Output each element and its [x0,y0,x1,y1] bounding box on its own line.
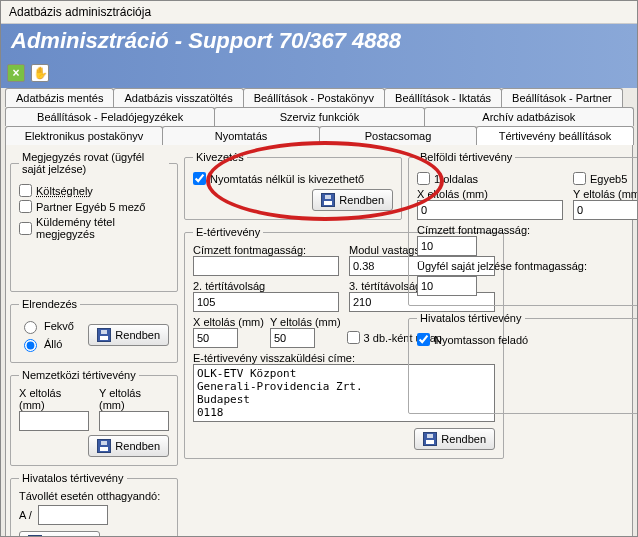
tab-parcel[interactable]: Postacsomag [319,126,477,145]
group-official-right: Hivatalos tértivevény Nyomtasson feladó … [408,312,638,414]
official-left-label: Távollét esetén otthagyandó: [19,490,169,502]
e-x-label: X eltolás (mm) [193,316,264,328]
e-y-input[interactable] [270,328,315,348]
e-t2-label: 2. tértítávolság [193,280,339,292]
chk-3db[interactable] [347,331,360,344]
intl-x-label: X eltolás (mm) [19,387,89,411]
stop-hand-icon[interactable]: ✋ [31,64,49,82]
e-cimzett-input[interactable] [193,256,339,276]
tab-row-2: Beállítások - Feladójegyzékek Szerviz fu… [5,107,633,126]
page-header: Adminisztráció - Support 70/367 4888 [1,24,637,60]
close-icon[interactable]: × [7,64,25,82]
chk-1page-label: 1 oldalas [434,173,478,185]
group-layout: Elrendezés Fekvő Álló Rendben [10,298,178,363]
group-domestic-legend: Belföldi tértivevény [417,151,515,163]
tab-row-3: Elektronikus postakönyv Nyomtatás Postac… [5,126,633,145]
e-cimzett-label: Címzett fontmagasság: [193,244,339,256]
intl-y-input[interactable] [99,411,169,431]
tab-epostbook[interactable]: Elektronikus postakönyv [5,126,163,145]
chk-print-sender-label: Nyomtasson feladó [434,334,528,346]
save-icon [423,432,437,446]
dom-x-input[interactable] [417,200,563,220]
dom-ugyfel-input[interactable] [417,276,477,296]
official-left-input[interactable] [38,505,108,525]
output-ok-button[interactable]: Rendben [312,189,393,211]
chk-egyeb5[interactable] [573,172,586,185]
tab-service[interactable]: Szerviz funkciók [214,107,424,126]
tab-settings-postbook[interactable]: Beállítások - Postakönyv [243,88,385,107]
group-layout-legend: Elrendezés [19,298,80,310]
tab-db-restore[interactable]: Adatbázis visszatöltés [113,88,243,107]
group-official-left: Hivatalos tértivevény Távollét esetén ot… [10,472,178,537]
chk-print-sender[interactable] [417,333,430,346]
toolbar: × ✋ [1,60,637,88]
group-official-right-legend: Hivatalos tértivevény [417,312,525,324]
group-intl-legend: Nemzetközi tértivevény [19,369,139,381]
chk-costplace[interactable] [19,184,32,197]
chk-shipment-remark[interactable] [19,222,32,235]
group-remark: Megjegyzés rovat (ügyfél saját jelzése) … [10,151,178,292]
chk-shipment-remark-label: Küldemény tétel megjegyzés [36,216,169,240]
group-output-legend: Kivezetés [193,151,247,163]
e-y-label: Y eltolás (mm) [270,316,341,328]
radio-landscape-label: Fekvő [44,320,74,332]
chk-1page[interactable] [417,172,430,185]
tab-print[interactable]: Nyomtatás [162,126,320,145]
window-titlebar: Adatbázis adminisztrációja [1,1,637,24]
group-output: Kivezetés Nyomtatás nélkül is kivezethet… [184,151,402,220]
tab-settings-partner[interactable]: Beállítások - Partner [501,88,623,107]
dom-ugyfel-label: Ügyfél saját jelzése fontmagasság: [417,260,638,272]
group-intl-receipt: Nemzetközi tértivevény X eltolás (mm) Y … [10,369,178,466]
tab-settings-dispatch[interactable]: Beállítások - Feladójegyzékek [5,107,215,126]
chk-partner-other5[interactable] [19,200,32,213]
intl-ok-button[interactable]: Rendben [88,435,169,457]
tab-archive[interactable]: Archív adatbázisok [424,107,634,126]
chk-egyeb5-label: Egyeb5 [590,173,627,185]
dom-x-label: X eltolás (mm) [417,188,563,200]
official-left-prefix: A / [19,509,32,521]
dom-cimzett-label: Címzett fontmagasság: [417,224,638,236]
group-domestic: Belföldi tértivevény 1 oldalas Egyeb5 X … [408,151,638,306]
intl-y-label: Y eltolás (mm) [99,387,169,411]
e-x-input[interactable] [193,328,238,348]
chk-output-noprint[interactable] [193,172,206,185]
save-icon [97,328,111,342]
group-remark-legend: Megjegyzés rovat (ügyfél saját jelzése) [19,151,169,175]
radio-portrait[interactable] [24,339,37,352]
radio-portrait-label: Álló [44,338,62,350]
group-official-left-legend: Hivatalos tértivevény [19,472,127,484]
tab-db-save[interactable]: Adatbázis mentés [5,88,114,107]
content-area: Megjegyzés rovat (ügyfél saját jelzése) … [5,145,633,537]
dom-y-input[interactable] [573,200,638,220]
group-e-receipt-legend: E-tértivevény [193,226,263,238]
e-t2-input[interactable] [193,292,339,312]
tab-row-1: Adatbázis mentés Adatbázis visszatöltés … [5,88,633,107]
chk-costplace-label: Költséghely [36,185,93,197]
radio-landscape[interactable] [24,321,37,334]
chk-output-noprint-label: Nyomtatás nélkül is kivezethető [210,173,364,185]
save-icon [97,439,111,453]
dom-y-label: Y eltolás (mm) [573,188,638,200]
dom-cimzett-input[interactable] [417,236,477,256]
layout-ok-button[interactable]: Rendben [88,324,169,346]
tab-settings-filing[interactable]: Beállítások - Iktatás [384,88,502,107]
official-left-ok-button[interactable]: Rendben [19,531,100,537]
intl-x-input[interactable] [19,411,89,431]
save-icon [321,193,335,207]
tab-receipt-settings[interactable]: Tértivevény beállítások [476,126,634,145]
chk-partner-other5-label: Partner Egyéb 5 mező [36,201,145,213]
